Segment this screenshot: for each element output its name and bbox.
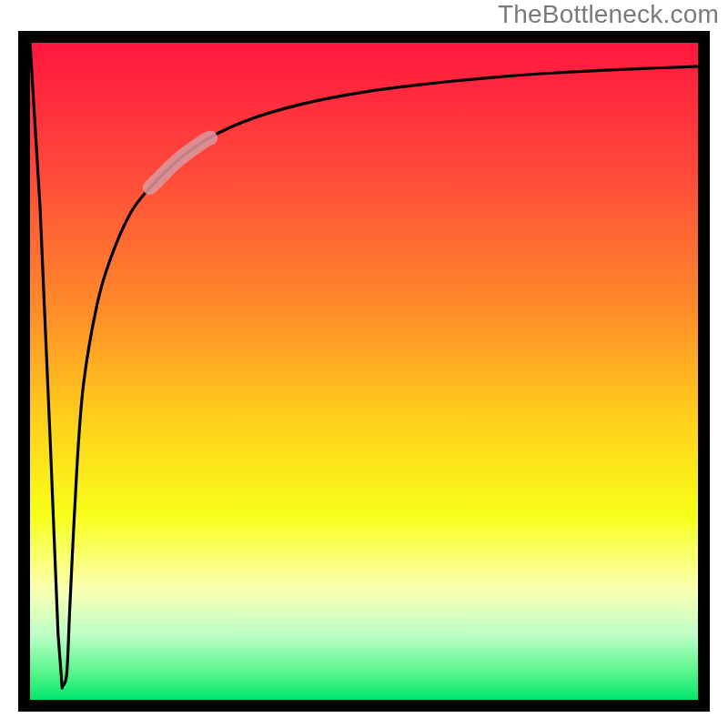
bottleneck-chart — [0, 0, 728, 728]
watermark-text: TheBottleneck.com — [498, 0, 719, 29]
gradient-background — [30, 43, 698, 700]
chart-container: TheBottleneck.com — [0, 0, 728, 728]
